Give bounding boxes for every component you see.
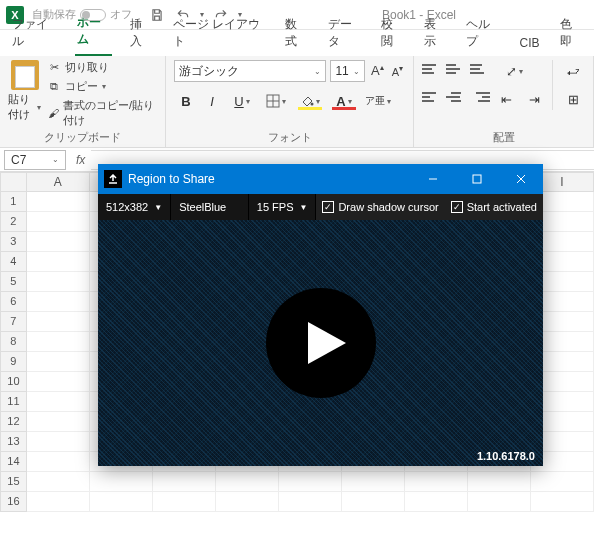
bold-button[interactable]: B [174, 90, 198, 112]
cell[interactable] [27, 472, 90, 492]
maximize-button[interactable] [455, 164, 499, 194]
cell[interactable] [90, 492, 153, 512]
borders-button[interactable]: ▾ [260, 90, 292, 112]
minimize-button[interactable] [411, 164, 455, 194]
row-header[interactable]: 11 [0, 392, 27, 412]
cell[interactable] [27, 352, 90, 372]
cell[interactable] [27, 372, 90, 392]
cell[interactable] [27, 252, 90, 272]
tab-data[interactable]: データ [326, 12, 364, 56]
cell[interactable] [27, 192, 90, 212]
format-painter-button[interactable]: 🖌 書式のコピー/貼り付け [47, 98, 157, 128]
cell[interactable] [27, 432, 90, 452]
shadow-cursor-checkbox[interactable]: ✓ Draw shadow cursor [316, 201, 444, 213]
row-header[interactable]: 10 [0, 372, 27, 392]
align-center-button[interactable] [446, 88, 466, 106]
row-header[interactable]: 13 [0, 432, 27, 452]
font-name-select[interactable]: 游ゴシック⌄ [174, 60, 326, 82]
row-header[interactable]: 15 [0, 472, 27, 492]
tab-page-layout[interactable]: ページ レイアウト [171, 12, 268, 56]
row-header[interactable]: 1 [0, 192, 27, 212]
row-header[interactable]: 3 [0, 232, 27, 252]
cell[interactable] [216, 492, 279, 512]
tab-file[interactable]: ファイル [10, 12, 59, 56]
font-color-button[interactable]: A ▾ [328, 90, 360, 112]
fx-icon[interactable]: fx [70, 153, 91, 167]
row-header[interactable]: 12 [0, 412, 27, 432]
cell[interactable] [531, 472, 594, 492]
tab-insert[interactable]: 挿入 [128, 12, 154, 56]
cell[interactable] [216, 472, 279, 492]
align-bottom-button[interactable] [470, 60, 490, 78]
select-all-corner[interactable] [0, 172, 27, 192]
cell[interactable] [153, 492, 216, 512]
orientation-button[interactable]: ⤢▾ [498, 60, 530, 82]
cell[interactable] [27, 412, 90, 432]
col-header[interactable]: A [27, 172, 90, 192]
cell[interactable] [531, 492, 594, 512]
close-button[interactable] [499, 164, 543, 194]
cell[interactable] [27, 292, 90, 312]
phonetic-button[interactable]: ア亜▾ [362, 90, 394, 112]
decrease-indent-button[interactable]: ⇤ [494, 88, 518, 110]
increase-indent-button[interactable]: ⇥ [522, 88, 546, 110]
tab-formulas[interactable]: 数式 [283, 12, 309, 56]
cell[interactable] [468, 472, 531, 492]
cell[interactable] [90, 472, 153, 492]
cell[interactable] [27, 392, 90, 412]
cut-button[interactable]: ✂ 切り取り [47, 60, 157, 75]
align-right-button[interactable] [470, 88, 490, 106]
cell[interactable] [153, 472, 216, 492]
row-header[interactable]: 4 [0, 252, 27, 272]
row-header[interactable]: 6 [0, 292, 27, 312]
cell[interactable] [468, 492, 531, 512]
cell[interactable] [279, 492, 342, 512]
copy-button[interactable]: ⧉ コピー ▾ [47, 79, 157, 94]
row-header[interactable]: 2 [0, 212, 27, 232]
cell[interactable] [27, 312, 90, 332]
row-header[interactable]: 8 [0, 332, 27, 352]
wrap-text-button[interactable]: ⮐ [561, 60, 585, 82]
align-top-button[interactable] [422, 60, 442, 78]
italic-button[interactable]: I [200, 90, 224, 112]
font-size-select[interactable]: 11⌄ [330, 60, 365, 82]
row-header[interactable]: 7 [0, 312, 27, 332]
tab-view[interactable]: 表示 [422, 12, 448, 56]
underline-button[interactable]: U▾ [226, 90, 258, 112]
overlay-app-icon [104, 170, 122, 188]
cell[interactable] [27, 492, 90, 512]
align-left-button[interactable] [422, 88, 442, 106]
row-header[interactable]: 16 [0, 492, 27, 512]
size-dropdown[interactable]: 512x382▼ [98, 194, 171, 220]
tab-cib[interactable]: CIB [518, 32, 542, 56]
overlay-titlebar[interactable]: Region to Share [98, 164, 543, 194]
align-middle-button[interactable] [446, 60, 466, 78]
increase-font-button[interactable]: A▴ [369, 63, 386, 78]
start-activated-checkbox[interactable]: ✓ Start activated [445, 201, 543, 213]
decrease-font-button[interactable]: A▾ [390, 64, 405, 78]
merge-button[interactable]: ⊞ [561, 88, 585, 110]
name-box[interactable]: C7⌄ [4, 150, 66, 170]
cell[interactable] [27, 452, 90, 472]
cell[interactable] [342, 472, 405, 492]
tab-help[interactable]: ヘルプ [464, 12, 502, 56]
fill-color-button[interactable]: ▾ [294, 90, 326, 112]
row-header[interactable]: 14 [0, 452, 27, 472]
cell[interactable] [27, 232, 90, 252]
cell[interactable] [27, 332, 90, 352]
color-dropdown[interactable]: SteelBlue [171, 194, 249, 220]
cell[interactable] [405, 492, 468, 512]
tab-extra[interactable]: 色即 [558, 12, 584, 56]
fps-dropdown[interactable]: 15 FPS▼ [249, 194, 317, 220]
cell[interactable] [279, 472, 342, 492]
cell[interactable] [342, 492, 405, 512]
paste-button[interactable]: 貼り付け▾ [8, 60, 41, 122]
cell[interactable] [27, 212, 90, 232]
row-header[interactable]: 5 [0, 272, 27, 292]
tab-review[interactable]: 校閲 [379, 12, 405, 56]
row-header[interactable]: 9 [0, 352, 27, 372]
font-name-value: 游ゴシック [179, 63, 239, 80]
cell[interactable] [27, 272, 90, 292]
cell[interactable] [405, 472, 468, 492]
play-button[interactable] [266, 288, 376, 398]
